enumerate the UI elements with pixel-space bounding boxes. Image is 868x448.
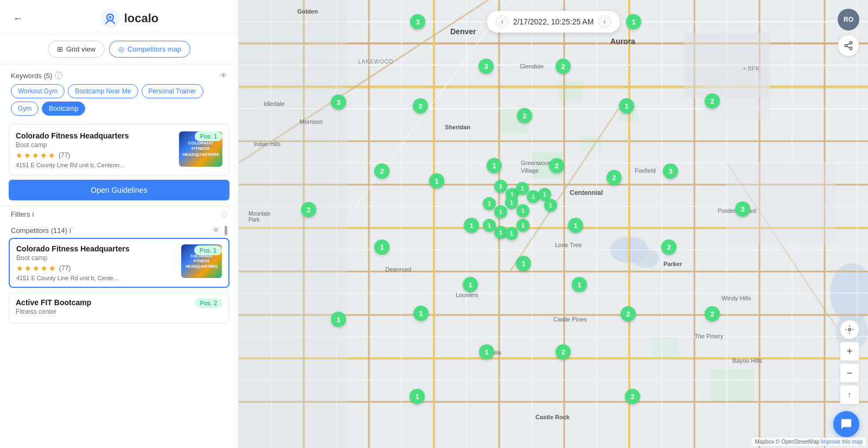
back-button[interactable]: ← [11, 11, 25, 27]
competitor-1-name: Colorado Fitness Headquarters [16, 244, 176, 253]
chat-icon [840, 418, 852, 430]
marker-cluster-11[interactable]: 1 [505, 227, 518, 240]
c1-star-3: ★ [33, 264, 40, 273]
marker-1c[interactable]: 1 [429, 173, 444, 188]
keyword-personal-trainer[interactable]: Personal Trainer [142, 84, 203, 98]
filters-row: Filters i ◌ [0, 206, 238, 222]
svg-point-60 [850, 42, 852, 45]
svg-point-62 [850, 47, 852, 50]
marker-3a[interactable]: 3 [410, 14, 425, 29]
marker-1h[interactable]: 1 [516, 256, 531, 271]
keywords-tags: Workout Gym Bootcamp Near Me Personal Tr… [11, 84, 227, 116]
marker-cluster-14[interactable]: 1 [544, 199, 557, 212]
keyword-bootcamp[interactable]: Bootcamp [42, 102, 85, 116]
c1-star-2: ★ [24, 264, 31, 273]
location-button[interactable] [840, 320, 859, 339]
map-attribution: Mapbox © OpenStreetMap Improve this map [751, 438, 866, 446]
competitor-list-item-2[interactable]: Active FIT Bootcamp Fitness center Pos. … [9, 292, 229, 324]
marker-cluster-1[interactable]: 1 [494, 180, 507, 193]
svg-point-2 [108, 16, 111, 19]
competitors-eye-icon[interactable]: 👁 [212, 226, 220, 235]
marker-3e[interactable]: 3 [735, 201, 750, 217]
competitor-1-info: Colorado Fitness Headquarters Boot camp … [16, 244, 176, 281]
marker-2h[interactable]: 2 [301, 202, 316, 217]
marker-2i[interactable]: 2 [661, 239, 676, 255]
marker-cluster-4[interactable]: 1 [527, 190, 540, 203]
marker-cluster-8[interactable]: 1 [516, 204, 529, 217]
marker-cluster-7[interactable]: 1 [505, 196, 518, 209]
bfk-label: + BFK [743, 65, 760, 72]
date-prev-button[interactable]: ‹ [496, 15, 509, 28]
zoom-in-button[interactable]: + [840, 342, 859, 361]
tab-grid-view[interactable]: ⊞ Grid view [48, 41, 105, 58]
localo-logo-icon [100, 9, 120, 28]
marker-2d[interactable]: 2 [517, 108, 532, 123]
share-button[interactable] [838, 35, 859, 56]
marker-1b[interactable]: 1 [619, 98, 634, 113]
top-competitor-address: 4151 E County Line Rd unit b, Centenn... [16, 162, 174, 168]
marker-cluster-12[interactable]: 1 [516, 219, 529, 232]
chat-button[interactable] [833, 411, 859, 437]
marker-3b[interactable]: 3 [478, 59, 494, 74]
tab-map-label: Competitors map [127, 45, 181, 53]
marker-1i[interactable]: 1 [463, 277, 478, 292]
competitor-1-reviews: (77) [59, 264, 71, 272]
map-area[interactable]: Golden Denver Aurora LAKEWOOD Glendale S… [239, 0, 868, 448]
date-tooltip: ‹ 2/17/2022, 10:25:25 AM › [487, 11, 620, 33]
marker-2j[interactable]: 2 [621, 306, 636, 321]
svg-point-7 [632, 248, 659, 268]
tabs-area: ⊞ Grid view ◎ Competitors map [0, 34, 238, 65]
marker-1e[interactable]: 1 [374, 239, 390, 255]
marker-2g[interactable]: 2 [607, 170, 622, 185]
marker-1n[interactable]: 1 [410, 389, 425, 404]
marker-3d[interactable]: 3 [663, 163, 678, 179]
marker-2c[interactable]: 2 [413, 98, 428, 113]
marker-cluster-6[interactable]: 1 [494, 205, 507, 218]
logo-area: localo [100, 9, 159, 28]
marker-1d[interactable]: 1 [487, 158, 502, 173]
tab-competitors-map[interactable]: ◎ Competitors map [109, 41, 190, 58]
map-canvas: Golden Denver Aurora LAKEWOOD Glendale S… [239, 0, 868, 448]
top-competitor-stars: ★ ★ ★ ★ ★ (77) [16, 151, 174, 160]
marker-1l[interactable]: 1 [413, 306, 429, 321]
competitor-2-name: Active FIT Bootcamp [16, 298, 189, 307]
keyword-bootcamp-near-me[interactable]: Bootcamp Near Me [68, 84, 138, 98]
open-guidelines-button[interactable]: Open Guidelines [9, 180, 229, 200]
marker-2a[interactable]: 2 [556, 59, 571, 74]
marker-2l[interactable]: 2 [556, 344, 571, 359]
marker-1a[interactable]: 1 [626, 14, 641, 29]
marker-cluster-9[interactable]: 1 [483, 219, 496, 232]
keyword-gym[interactable]: Gym [11, 102, 39, 116]
marker-2f[interactable]: 2 [549, 158, 564, 173]
marker-1f[interactable]: 1 [464, 218, 479, 233]
keywords-hide-icon[interactable]: 👁 [220, 71, 227, 80]
top-competitor-reviews: (77) [59, 152, 70, 159]
competitor-list-item-1[interactable]: Colorado Fitness Headquarters Boot camp … [9, 238, 229, 288]
north-button[interactable]: ↑ [840, 385, 859, 405]
keyword-workout-gym[interactable]: Workout Gym [11, 84, 65, 98]
marker-2k[interactable]: 2 [705, 306, 720, 321]
marker-2m[interactable]: 2 [625, 389, 640, 404]
marker-1g[interactable]: 1 [568, 218, 583, 233]
grid-icon: ⊞ [57, 45, 63, 53]
filters-eye-slash-icon[interactable]: ◌ [221, 210, 227, 218]
marker-cluster-5[interactable]: 1 [483, 197, 496, 210]
marker-1m[interactable]: 1 [479, 344, 494, 359]
competitors-title: Competitors (114) i [11, 226, 71, 235]
marker-1j[interactable]: 1 [572, 277, 587, 292]
marker-2e[interactable]: 2 [374, 163, 390, 179]
map-controls-bottom-right: + − ↑ [840, 320, 859, 405]
star-half: ★ [48, 151, 55, 160]
keywords-section: Keywords (5) i 👁 Workout Gym Bootcamp Ne… [0, 65, 238, 120]
zoom-out-button[interactable]: − [840, 363, 859, 383]
svg-point-65 [848, 329, 851, 331]
top-competitor-position: Pos. 1 [195, 131, 222, 141]
competitors-scroll-handle[interactable]: ▐ [222, 226, 227, 235]
marker-2b[interactable]: 2 [705, 93, 720, 109]
date-next-button[interactable]: › [598, 15, 611, 28]
improve-map-link[interactable]: Improve this map [821, 439, 863, 445]
marker-cluster-3[interactable]: 1 [516, 182, 529, 195]
marker-3c[interactable]: 3 [331, 94, 346, 110]
user-avatar[interactable]: RO [838, 9, 859, 30]
marker-1k[interactable]: 1 [331, 312, 346, 327]
